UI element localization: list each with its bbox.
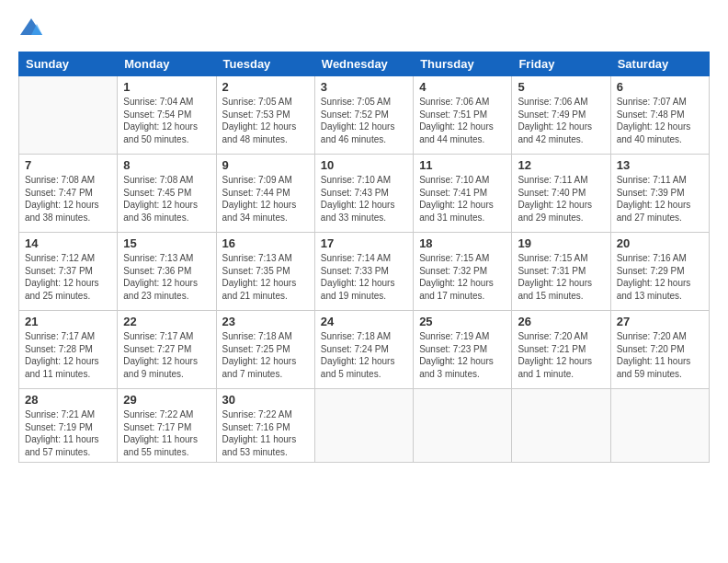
day-number: 6 <box>617 80 703 94</box>
calendar-cell: 8Sunrise: 7:08 AM Sunset: 7:45 PM Daylig… <box>118 155 216 233</box>
calendar-cell: 6Sunrise: 7:07 AM Sunset: 7:48 PM Daylig… <box>610 76 709 155</box>
day-info: Sunrise: 7:08 AM Sunset: 7:45 PM Dayligh… <box>123 174 210 224</box>
calendar-cell: 11Sunrise: 7:10 AM Sunset: 7:41 PM Dayli… <box>414 155 512 233</box>
day-number: 30 <box>222 393 309 407</box>
day-info: Sunrise: 7:06 AM Sunset: 7:51 PM Dayligh… <box>419 96 506 145</box>
day-number: 14 <box>25 236 111 250</box>
day-info: Sunrise: 7:10 AM Sunset: 7:43 PM Dayligh… <box>321 174 407 224</box>
calendar-cell: 12Sunrise: 7:11 AM Sunset: 7:40 PM Dayli… <box>512 155 610 233</box>
calendar-cell: 22Sunrise: 7:17 AM Sunset: 7:27 PM Dayli… <box>118 311 216 389</box>
calendar-cell <box>314 389 413 463</box>
calendar-cell: 13Sunrise: 7:11 AM Sunset: 7:39 PM Dayli… <box>610 155 709 233</box>
day-info: Sunrise: 7:15 AM Sunset: 7:31 PM Dayligh… <box>518 252 604 302</box>
calendar-cell: 19Sunrise: 7:15 AM Sunset: 7:31 PM Dayli… <box>512 233 610 311</box>
calendar-cell: 25Sunrise: 7:19 AM Sunset: 7:23 PM Dayli… <box>414 311 512 389</box>
weekday-header-saturday: Saturday <box>610 52 709 76</box>
weekday-header-friday: Friday <box>512 52 610 76</box>
day-info: Sunrise: 7:16 AM Sunset: 7:29 PM Dayligh… <box>617 252 703 302</box>
calendar-cell: 14Sunrise: 7:12 AM Sunset: 7:37 PM Dayli… <box>19 233 118 311</box>
calendar-cell: 9Sunrise: 7:09 AM Sunset: 7:44 PM Daylig… <box>216 155 314 233</box>
day-number: 24 <box>321 315 407 328</box>
day-number: 17 <box>321 236 407 250</box>
day-info: Sunrise: 7:11 AM Sunset: 7:39 PM Dayligh… <box>617 174 703 224</box>
day-number: 20 <box>617 236 703 250</box>
day-number: 25 <box>419 315 506 328</box>
calendar-cell: 24Sunrise: 7:18 AM Sunset: 7:24 PM Dayli… <box>314 311 413 389</box>
day-info: Sunrise: 7:17 AM Sunset: 7:28 PM Dayligh… <box>25 330 111 380</box>
day-number: 7 <box>25 158 111 172</box>
day-info: Sunrise: 7:06 AM Sunset: 7:49 PM Dayligh… <box>518 96 604 145</box>
calendar-cell: 10Sunrise: 7:10 AM Sunset: 7:43 PM Dayli… <box>314 155 413 233</box>
calendar-cell: 18Sunrise: 7:15 AM Sunset: 7:32 PM Dayli… <box>414 233 512 311</box>
day-info: Sunrise: 7:17 AM Sunset: 7:27 PM Dayligh… <box>123 330 210 380</box>
day-info: Sunrise: 7:09 AM Sunset: 7:44 PM Dayligh… <box>222 174 309 224</box>
day-number: 21 <box>25 315 111 328</box>
day-number: 18 <box>419 236 506 250</box>
calendar-cell: 21Sunrise: 7:17 AM Sunset: 7:28 PM Dayli… <box>19 311 118 389</box>
week-row-3: 14Sunrise: 7:12 AM Sunset: 7:37 PM Dayli… <box>19 233 710 311</box>
day-info: Sunrise: 7:14 AM Sunset: 7:33 PM Dayligh… <box>321 252 407 302</box>
day-info: Sunrise: 7:13 AM Sunset: 7:36 PM Dayligh… <box>123 252 210 302</box>
week-row-4: 21Sunrise: 7:17 AM Sunset: 7:28 PM Dayli… <box>19 311 710 389</box>
calendar-cell: 16Sunrise: 7:13 AM Sunset: 7:35 PM Dayli… <box>216 233 314 311</box>
day-info: Sunrise: 7:22 AM Sunset: 7:16 PM Dayligh… <box>222 408 309 458</box>
day-info: Sunrise: 7:07 AM Sunset: 7:48 PM Dayligh… <box>617 96 703 145</box>
weekday-header-tuesday: Tuesday <box>216 52 314 76</box>
day-number: 11 <box>419 158 506 172</box>
day-number: 4 <box>419 80 506 94</box>
day-number: 19 <box>518 236 604 250</box>
calendar-cell: 27Sunrise: 7:20 AM Sunset: 7:20 PM Dayli… <box>610 311 709 389</box>
day-info: Sunrise: 7:05 AM Sunset: 7:52 PM Dayligh… <box>321 96 407 145</box>
calendar-table: SundayMondayTuesdayWednesdayThursdayFrid… <box>18 52 710 463</box>
day-info: Sunrise: 7:04 AM Sunset: 7:54 PM Dayligh… <box>123 96 210 145</box>
logo <box>18 15 49 40</box>
day-info: Sunrise: 7:10 AM Sunset: 7:41 PM Dayligh… <box>419 174 506 224</box>
calendar-cell <box>414 389 512 463</box>
week-row-1: 1Sunrise: 7:04 AM Sunset: 7:54 PM Daylig… <box>19 76 710 155</box>
day-info: Sunrise: 7:12 AM Sunset: 7:37 PM Dayligh… <box>25 252 111 302</box>
day-info: Sunrise: 7:18 AM Sunset: 7:25 PM Dayligh… <box>222 330 309 380</box>
day-info: Sunrise: 7:05 AM Sunset: 7:53 PM Dayligh… <box>222 96 309 145</box>
weekday-header-sunday: Sunday <box>19 52 118 76</box>
day-info: Sunrise: 7:11 AM Sunset: 7:40 PM Dayligh… <box>518 174 604 224</box>
day-info: Sunrise: 7:19 AM Sunset: 7:23 PM Dayligh… <box>419 330 506 380</box>
calendar-cell: 4Sunrise: 7:06 AM Sunset: 7:51 PM Daylig… <box>414 76 512 155</box>
calendar-cell: 2Sunrise: 7:05 AM Sunset: 7:53 PM Daylig… <box>216 76 314 155</box>
calendar-cell: 7Sunrise: 7:08 AM Sunset: 7:47 PM Daylig… <box>19 155 118 233</box>
day-number: 26 <box>518 315 604 328</box>
day-number: 15 <box>123 236 210 250</box>
calendar-cell: 5Sunrise: 7:06 AM Sunset: 7:49 PM Daylig… <box>512 76 610 155</box>
day-number: 2 <box>222 80 309 94</box>
calendar-cell: 3Sunrise: 7:05 AM Sunset: 7:52 PM Daylig… <box>314 76 413 155</box>
day-number: 29 <box>123 393 210 407</box>
day-info: Sunrise: 7:22 AM Sunset: 7:17 PM Dayligh… <box>123 408 210 458</box>
calendar-cell: 15Sunrise: 7:13 AM Sunset: 7:36 PM Dayli… <box>118 233 216 311</box>
header <box>18 15 710 40</box>
day-number: 8 <box>123 158 210 172</box>
calendar-cell: 1Sunrise: 7:04 AM Sunset: 7:54 PM Daylig… <box>118 76 216 155</box>
day-info: Sunrise: 7:15 AM Sunset: 7:32 PM Dayligh… <box>419 252 506 302</box>
weekday-header-monday: Monday <box>118 52 216 76</box>
day-number: 27 <box>617 315 703 328</box>
day-number: 10 <box>321 158 407 172</box>
day-info: Sunrise: 7:20 AM Sunset: 7:21 PM Dayligh… <box>518 330 604 380</box>
calendar-cell <box>512 389 610 463</box>
calendar-cell: 30Sunrise: 7:22 AM Sunset: 7:16 PM Dayli… <box>216 389 314 463</box>
day-number: 3 <box>321 80 407 94</box>
weekday-header-row: SundayMondayTuesdayWednesdayThursdayFrid… <box>19 52 710 76</box>
calendar-cell: 17Sunrise: 7:14 AM Sunset: 7:33 PM Dayli… <box>314 233 413 311</box>
day-info: Sunrise: 7:08 AM Sunset: 7:47 PM Dayligh… <box>25 174 111 224</box>
day-number: 5 <box>518 80 604 94</box>
day-info: Sunrise: 7:13 AM Sunset: 7:35 PM Dayligh… <box>222 252 309 302</box>
day-info: Sunrise: 7:21 AM Sunset: 7:19 PM Dayligh… <box>25 408 111 458</box>
calendar-cell <box>19 76 118 155</box>
week-row-2: 7Sunrise: 7:08 AM Sunset: 7:47 PM Daylig… <box>19 155 710 233</box>
day-number: 28 <box>25 393 111 407</box>
weekday-header-wednesday: Wednesday <box>314 52 413 76</box>
calendar-cell: 20Sunrise: 7:16 AM Sunset: 7:29 PM Dayli… <box>610 233 709 311</box>
day-number: 16 <box>222 236 309 250</box>
weekday-header-thursday: Thursday <box>414 52 512 76</box>
calendar-cell: 26Sunrise: 7:20 AM Sunset: 7:21 PM Dayli… <box>512 311 610 389</box>
day-info: Sunrise: 7:20 AM Sunset: 7:20 PM Dayligh… <box>617 330 703 380</box>
calendar-cell: 23Sunrise: 7:18 AM Sunset: 7:25 PM Dayli… <box>216 311 314 389</box>
